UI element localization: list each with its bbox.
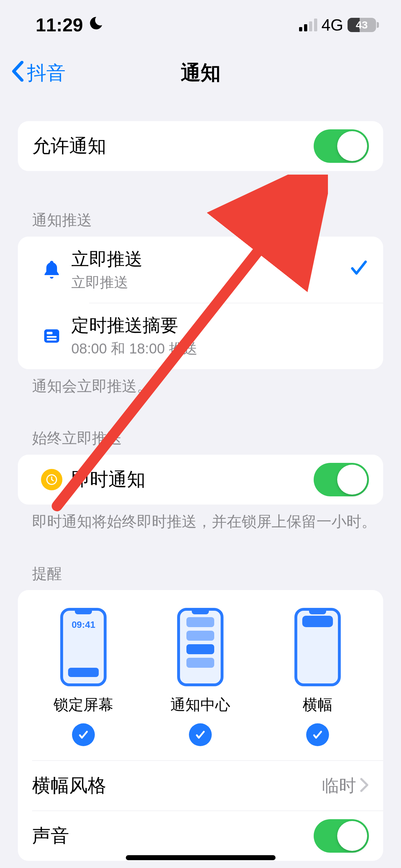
delivery-immediate-subtitle: 立即推送 (71, 273, 349, 292)
alert-option-lock-screen[interactable]: 09:41 锁定屏幕 (48, 608, 119, 746)
delivery-footer: 通知会立即推送。 (32, 376, 383, 396)
checkmark-icon (349, 257, 369, 283)
alert-option-label: 锁定屏幕 (53, 695, 113, 715)
alert-style-picker: 09:41 锁定屏幕 通知中心 横幅 (18, 590, 383, 760)
svg-rect-1 (47, 332, 52, 334)
delivery-immediate-row[interactable]: 立即推送 立即推送 (18, 237, 383, 303)
always-deliver-group: 即时通知 (18, 455, 383, 505)
banner-style-label: 横幅风格 (32, 773, 322, 798)
always-deliver-header: 始终立即推送 (32, 428, 383, 448)
alert-option-label: 通知中心 (170, 695, 230, 715)
bell-icon (32, 259, 71, 280)
sound-row[interactable]: 声音 (18, 811, 383, 861)
allow-notifications-row[interactable]: 允许通知 (18, 121, 383, 171)
back-button[interactable]: 抖音 (11, 60, 66, 86)
check-circle-icon[interactable] (306, 723, 329, 746)
alert-option-banner[interactable]: 横幅 (282, 608, 353, 746)
clock-icon (32, 469, 71, 490)
time-sensitive-toggle[interactable] (314, 463, 369, 496)
battery-icon: 43 (348, 18, 376, 32)
delivery-scheduled-subtitle: 08:00 和 18:00 推送 (71, 339, 369, 358)
newspaper-icon (32, 326, 71, 346)
alert-option-notification-center[interactable]: 通知中心 (165, 608, 236, 746)
allow-notifications-label: 允许通知 (32, 134, 314, 159)
delivery-scheduled-title: 定时推送摘要 (71, 314, 369, 337)
time-sensitive-row[interactable]: 即时通知 (18, 455, 383, 505)
time-sensitive-label: 即时通知 (71, 467, 314, 492)
banner-preview-icon (294, 608, 341, 686)
status-bar: 11:29 4G 43 (0, 0, 401, 50)
network-type: 4G (322, 15, 343, 35)
allow-notifications-group: 允许通知 (18, 121, 383, 171)
alerts-group: 09:41 锁定屏幕 通知中心 横幅 (18, 590, 383, 861)
nav-header: 抖音 通知 (0, 50, 401, 96)
svg-rect-2 (47, 336, 57, 338)
check-circle-icon[interactable] (189, 723, 212, 746)
lock-screen-preview-icon: 09:41 (60, 608, 107, 686)
chevron-left-icon (11, 61, 25, 85)
cellular-signal-icon (299, 19, 317, 31)
check-circle-icon[interactable] (72, 723, 95, 746)
delivery-group: 立即推送 立即推送 定时推送摘要 08:00 和 18:00 推送 (18, 237, 383, 369)
chevron-right-icon (360, 775, 369, 796)
sound-label: 声音 (32, 823, 314, 848)
alerts-header: 提醒 (32, 564, 383, 584)
home-indicator (126, 855, 276, 860)
back-label: 抖音 (27, 60, 66, 86)
banner-style-row[interactable]: 横幅风格 临时 (18, 761, 383, 811)
allow-notifications-toggle[interactable] (314, 129, 369, 163)
delivery-scheduled-row[interactable]: 定时推送摘要 08:00 和 18:00 推送 (18, 303, 383, 369)
sound-toggle[interactable] (314, 819, 369, 853)
always-deliver-footer: 即时通知将始终即时推送，并在锁屏上保留一小时。 (32, 512, 383, 532)
status-time: 11:29 (36, 14, 83, 36)
alert-option-label: 横幅 (303, 695, 333, 715)
banner-style-value: 临时 (322, 774, 356, 797)
delivery-header: 通知推送 (32, 210, 383, 230)
do-not-disturb-icon (88, 15, 104, 35)
notification-center-preview-icon (177, 608, 223, 686)
delivery-immediate-title: 立即推送 (71, 247, 349, 271)
svg-rect-3 (47, 339, 57, 341)
